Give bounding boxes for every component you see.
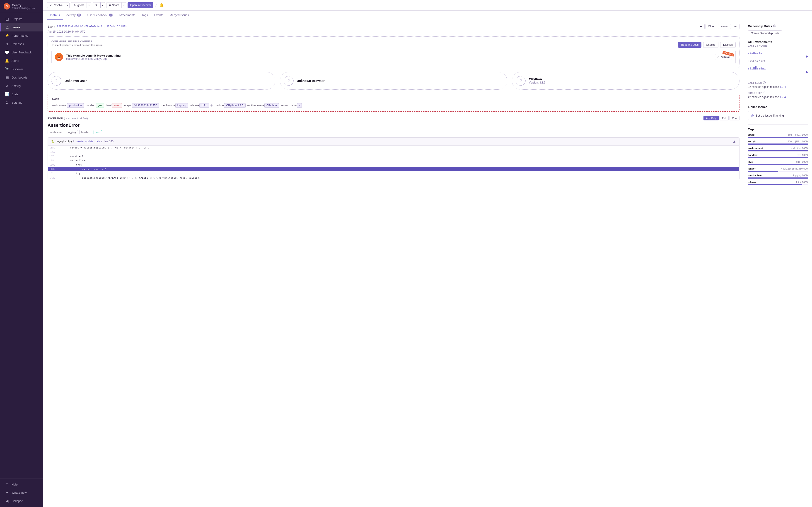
ownership-title: Ownership Rules ⓘ	[748, 24, 808, 28]
code-file-header: 🐍 mysql_api.py in create_update_data at …	[48, 137, 739, 146]
sidebar-item-dashboards[interactable]: ▦ Dashboards	[0, 73, 43, 82]
app-only-button[interactable]: App Only	[704, 116, 719, 120]
tag-val-logger[interactable]: 4ddf221618481450	[132, 103, 159, 108]
star-button[interactable]: ☆	[155, 3, 158, 7]
tags-right-section: Tags appId 5cd ifa0... 100% entryId	[748, 128, 808, 185]
delete-button[interactable]: 🗑	[93, 2, 100, 8]
sidebar-item-alerts[interactable]: 🔔 Alerts	[0, 57, 43, 65]
last-event-button[interactable]: ⏭	[732, 24, 740, 29]
sidebar-item-discover[interactable]: 🔭 Discover	[0, 65, 43, 73]
tag-val-runtime[interactable]: CPython 3.8.5	[224, 103, 245, 108]
setup-tracking-item[interactable]: ⊙ Set up Issue Tracking ›	[748, 111, 808, 120]
env-title: All Environments	[748, 40, 808, 44]
delete-chevron[interactable]: ▾	[100, 2, 105, 8]
first-event-button[interactable]: ⏮	[697, 24, 705, 29]
tag-val-mechanism[interactable]: logging	[175, 103, 188, 108]
tab-merged-issues[interactable]: Merged Issues	[166, 11, 192, 20]
dashboards-icon: ▦	[5, 75, 9, 80]
content-area: Event 829276822e8f414bbfcd79fe2e8cfed2 |…	[43, 20, 812, 507]
ignore-button[interactable]: ⊘ Ignore	[71, 2, 87, 8]
tag-val-server-name[interactable]: ·	[297, 103, 302, 108]
sidebar-item-issues[interactable]: ⚠ Issues	[0, 23, 43, 32]
tab-details[interactable]: Details	[47, 11, 63, 20]
newer-button[interactable]: Newer	[718, 24, 731, 29]
runtime-version: Version: 3.8.5	[529, 81, 545, 84]
sidebar-item-help[interactable]: ? Help	[0, 480, 43, 489]
browser-icon: ?	[284, 76, 294, 86]
sidebar-item-activity[interactable]: ≋ Activity	[0, 82, 43, 90]
release-info-icon: ⓘ	[210, 104, 213, 107]
tab-user-feedback[interactable]: User Feedback 0	[84, 11, 116, 20]
event-date: Apr 15, 2021 10:10:54 AM UTC	[48, 30, 740, 33]
browser-label: Unknown Browser	[297, 79, 325, 82]
event-label: Event	[48, 25, 55, 28]
github-icon: ⊙	[717, 55, 720, 59]
last-seen-release-link[interactable]: 1.7.4	[780, 85, 786, 89]
last-seen-val: 32 minutes ago in release 1.7.4	[748, 85, 808, 89]
tab-events[interactable]: Events	[151, 11, 166, 20]
code-line-139: 139. try:	[48, 163, 739, 167]
sidebar-item-settings[interactable]: ⚙ Settings	[0, 99, 43, 107]
sparkline-30d	[748, 64, 808, 69]
sidebar-item-label: Issues	[11, 25, 20, 29]
tag-environment: environment production	[52, 103, 84, 108]
create-ownership-rule-button[interactable]: Create Ownership Rule	[748, 30, 782, 36]
last-seen-row: LAST SEEN ⓘ 32 minutes ago in release 1.…	[748, 81, 808, 89]
tag-val-level[interactable]: error	[112, 103, 122, 108]
resolve-chevron[interactable]: ▾	[65, 2, 69, 8]
code-line-140: 140. assert count < 2	[48, 167, 739, 171]
code-toggle-button[interactable]: ▲	[732, 139, 736, 144]
discover-icon: 🔭	[5, 67, 9, 71]
org-avatar: S	[4, 3, 10, 9]
sidebar-item-performance[interactable]: ⚡ Performance	[0, 32, 43, 40]
share-button[interactable]: ◉ Share	[106, 2, 122, 8]
sidebar-item-releases[interactable]: ⬆ Releases	[0, 40, 43, 48]
sidebar-item-stats[interactable]: 📊 Stats	[0, 90, 43, 99]
sidebar-item-whats-new[interactable]: ✦ What's new	[0, 489, 43, 497]
activity-badge: 0	[77, 13, 81, 16]
sidebar-item-collapse[interactable]: ◀ Collapse	[0, 497, 43, 505]
issue-tabs: Details Activity 0 User Feedback 0 Attac…	[43, 11, 812, 20]
tab-tags[interactable]: Tags	[139, 11, 151, 20]
tab-attachments[interactable]: Attachments	[116, 11, 139, 20]
older-button[interactable]: Older	[706, 24, 717, 29]
toolbar: ✓ Resolve ▾ ⊘ Ignore ▾ 🗑 ▾ ◉ Share ▾	[43, 0, 812, 11]
ownership-info-icon: ⓘ	[773, 24, 776, 28]
sidebar-item-label: Collapse	[11, 499, 23, 503]
first-seen-release-link[interactable]: 1.7.4	[780, 96, 786, 99]
tag-row-environment: environment production 100%	[748, 147, 808, 152]
bell-button[interactable]: 🔔	[159, 3, 164, 7]
tag-val-environment[interactable]: production	[67, 103, 84, 108]
projects-icon: ◫	[5, 17, 9, 21]
chart-arrow-30d: ▶	[748, 70, 808, 73]
sidebar-item-label: Releases	[11, 42, 24, 46]
sidebar-item-user-feedback[interactable]: 💬 User Feedback	[0, 48, 43, 57]
raw-button[interactable]: Raw	[729, 116, 740, 120]
open-in-discover-button[interactable]: Open in Discover	[128, 2, 153, 8]
stats-icon: 📊	[5, 92, 9, 97]
tag-runtime-name: runtime.name CPython	[247, 103, 279, 108]
share-chevron[interactable]: ▾	[122, 2, 126, 8]
tab-activity[interactable]: Activity 0	[63, 11, 84, 20]
tag-val-release[interactable]: 1.7.4	[199, 103, 210, 108]
delete-group: 🗑 ▾	[93, 2, 105, 8]
resolve-button[interactable]: ✓ Resolve	[47, 2, 65, 8]
full-button[interactable]: Full	[720, 116, 729, 120]
tag-val-handled[interactable]: yes	[96, 103, 104, 108]
delete-icon: 🗑	[95, 4, 98, 7]
read-docs-button[interactable]: Read the docs	[678, 42, 701, 48]
dismiss-button[interactable]: Dismiss	[720, 42, 735, 48]
tag-row-release: release 1.7.4 100%	[748, 181, 808, 185]
sidebar-item-label: Settings	[11, 101, 22, 104]
snooze-button[interactable]: Snooze	[703, 42, 718, 48]
sidebar-item-label: What's new	[11, 491, 27, 494]
code-in-label: in	[73, 140, 76, 143]
event-json-link[interactable]: JSON (15.2 KiB)	[106, 25, 126, 28]
ignore-chevron[interactable]: ▾	[87, 2, 91, 8]
sidebar-item-label: Dashboards	[11, 76, 28, 79]
tag-val-runtime-name[interactable]: CPython	[264, 103, 279, 108]
last-seen-info-icon: ⓘ	[763, 81, 766, 85]
sidebar-item-projects[interactable]: ◫ Projects	[0, 15, 43, 23]
code-function: create_update_data	[76, 140, 100, 143]
event-id-link[interactable]: 829276822e8f414bbfcd79fe2e8cfed2	[57, 25, 102, 28]
